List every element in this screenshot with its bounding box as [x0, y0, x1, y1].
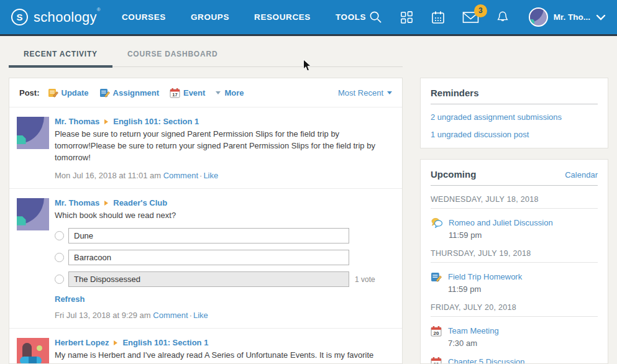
like-link[interactable]: Like [203, 171, 218, 180]
post-more-button[interactable]: More [224, 88, 244, 98]
avatar[interactable] [17, 198, 49, 230]
svg-text:20: 20 [434, 330, 439, 336]
like-link[interactable]: Like [193, 311, 208, 320]
post-title: Mr. ThomasReader's Club [55, 198, 392, 207]
poll-option[interactable]: Dune [68, 228, 349, 243]
comment-link[interactable]: Comment [153, 311, 188, 320]
breadcrumb-arrow-icon [104, 201, 108, 206]
event-time: 7:30 am [448, 339, 499, 348]
feed-post: Herbert LopezEnglish 101: Section 1 My n… [9, 329, 402, 364]
activity-feed: Post: Update Assignment 17 Event More Mo… [9, 78, 403, 364]
post-course-link[interactable]: English 101: Section 1 [122, 338, 208, 347]
post-author-link[interactable]: Herbert Lopez [55, 338, 109, 347]
svg-text:17: 17 [172, 92, 177, 98]
poll-option-row: The Dispossessed 1 vote [55, 271, 392, 287]
poll-radio[interactable] [55, 231, 64, 240]
brand-name: schoology® [34, 9, 101, 25]
breadcrumb-arrow-icon [104, 119, 108, 124]
poll-option[interactable]: Barracoon [68, 250, 349, 265]
search-icon[interactable] [368, 10, 383, 24]
day-header: WEDNESDAY, JULY 18, 2018 [431, 195, 598, 209]
calendar-day-icon: 20 [431, 325, 442, 337]
upcoming-event: 20 Team Meeting 7:30 am [431, 325, 598, 348]
post-course-link[interactable]: Reader's Club [113, 198, 167, 207]
poll-radio[interactable] [55, 253, 64, 262]
event-link[interactable]: Field Trip Homework [448, 272, 522, 281]
day-header: FRIDAY, JULY 20, 2018 [431, 303, 598, 317]
post-title: Mr. ThomasEnglish 101: Section 1 [55, 117, 392, 126]
user-menu[interactable]: Mr. Tho... [529, 7, 606, 27]
assignment-icon [99, 88, 110, 98]
avatar[interactable] [17, 117, 49, 149]
nav-link-tools[interactable]: TOOLS [336, 12, 366, 22]
post-date: Mon Jul 16, 2018 at 11:01 am [55, 171, 161, 180]
post-meta: Mon Jul 16, 2018 at 11:01 am Comment·Lik… [55, 171, 392, 180]
poll: Dune Barracoon The Dispossessed 1 vote [55, 228, 392, 287]
svg-text:20: 20 [434, 362, 439, 364]
messages-badge: 3 [474, 4, 487, 17]
messages-icon[interactable]: 3 [462, 11, 479, 24]
upcoming-event: 20 Chapter 5 Discussion [431, 356, 598, 364]
more-caret-icon [216, 91, 221, 94]
nav-link-groups[interactable]: GROUPS [191, 12, 229, 22]
post-course-link[interactable]: English 101: Section 1 [113, 117, 199, 126]
assignment-icon [431, 271, 442, 283]
navbar-icons: 3 Mr. Tho... [368, 7, 606, 27]
event-link[interactable]: Romeo and Juliet Discussion [449, 218, 553, 227]
post-assignment-button[interactable]: Assignment [99, 88, 159, 98]
post-author-link[interactable]: Mr. Thomas [55, 117, 99, 126]
upcoming-title: Upcoming [431, 169, 476, 180]
poll-option[interactable]: The Dispossessed [68, 271, 349, 287]
post-meta: Fri Jul 13, 2018 at 9:29 am Comment·Like [55, 311, 392, 320]
upcoming-event: Field Trip Homework 11:59 pm [431, 271, 598, 294]
comment-link[interactable]: Comment [163, 171, 198, 180]
post-author-link[interactable]: Mr. Thomas [55, 198, 99, 207]
day-header: THURSDAY, JULY 19, 2018 [431, 249, 598, 263]
avatar[interactable] [17, 338, 49, 364]
post-label: Post: [19, 88, 40, 98]
sort-dropdown[interactable]: Most Recent [338, 88, 392, 98]
event-icon: 17 [170, 88, 180, 98]
notifications-bell-icon[interactable] [496, 10, 510, 24]
post-update-button[interactable]: Update [48, 88, 89, 98]
feed-post: Mr. ThomasReader's Club Which book shoul… [9, 189, 402, 329]
nav-link-resources[interactable]: RESOURCES [254, 12, 311, 22]
primary-nav: COURSES GROUPS RESOURCES TOOLS [122, 12, 366, 22]
event-link[interactable]: Team Meeting [448, 326, 499, 335]
reminder-ungraded-assignments-link[interactable]: 2 ungraded assignment submissions [431, 112, 598, 122]
post-title: Herbert LopezEnglish 101: Section 1 [55, 338, 392, 347]
sort-caret-icon [387, 91, 392, 94]
tab-course-dashboard[interactable]: COURSE DASHBOARD [112, 45, 232, 66]
top-navbar: S schoology® COURSES GROUPS RESOURCES TO… [0, 0, 617, 36]
update-icon [48, 88, 58, 98]
poll-question: Which book should we read next? [55, 210, 392, 222]
upcoming-card: Upcoming Calendar WEDNESDAY, JULY 18, 20… [420, 159, 608, 364]
upcoming-event: Romeo and Juliet Discussion 11:59 pm [431, 217, 598, 240]
calendar-link[interactable]: Calendar [565, 170, 598, 180]
reminders-card: Reminders 2 ungraded assignment submissi… [420, 78, 608, 148]
poll-radio[interactable] [55, 275, 64, 284]
discussion-icon [431, 217, 442, 228]
poll-refresh-link[interactable]: Refresh [55, 294, 85, 304]
vote-count: 1 vote [355, 275, 375, 284]
reminder-ungraded-discussion-link[interactable]: 1 ungraded discussion post [431, 130, 598, 139]
event-link[interactable]: Chapter 5 Discussion [448, 357, 525, 364]
schoology-logo[interactable]: S schoology® [11, 9, 101, 25]
calendar-icon[interactable] [431, 10, 446, 25]
post-date: Fri Jul 13, 2018 at 9:29 am [55, 311, 151, 320]
event-time: 11:59 pm [448, 284, 522, 294]
schoology-s-icon: S [11, 9, 28, 25]
post-body: Please be sure to return your signed Par… [55, 129, 392, 164]
breadcrumb-arrow-icon [114, 340, 117, 345]
user-avatar [529, 7, 548, 27]
post-event-button[interactable]: 17 Event [170, 88, 205, 98]
nav-link-courses[interactable]: COURSES [122, 12, 166, 22]
poll-option-row: Dune [55, 228, 392, 243]
feed-post: Mr. ThomasEnglish 101: Section 1 Please … [9, 107, 402, 189]
event-time: 11:59 pm [449, 230, 553, 240]
dashboard-tabs: RECENT ACTIVITY COURSE DASHBOARD [9, 45, 403, 67]
user-name: Mr. Tho... [554, 12, 590, 22]
chevron-down-icon [596, 14, 606, 20]
tab-recent-activity[interactable]: RECENT ACTIVITY [9, 45, 112, 66]
apps-grid-icon[interactable] [400, 10, 414, 24]
